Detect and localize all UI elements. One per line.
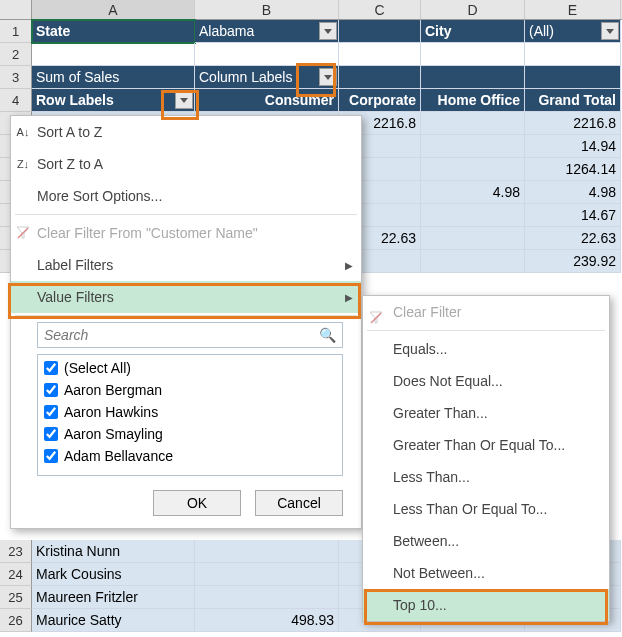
cell-E1[interactable]: (All)	[525, 20, 621, 43]
cell-C3[interactable]	[339, 66, 421, 89]
filter-checkbox[interactable]	[44, 383, 58, 397]
row-num-3[interactable]: 3	[0, 66, 32, 89]
cell[interactable]	[421, 158, 525, 181]
cell[interactable]: 239.92	[525, 250, 621, 273]
cell[interactable]	[421, 112, 525, 135]
cell[interactable]	[421, 227, 525, 250]
cell[interactable]: Mark Cousins	[32, 563, 195, 586]
filter-checkbox[interactable]	[44, 361, 58, 375]
cell-A4-text: Row Labels	[36, 92, 114, 108]
row-num[interactable]: 23	[0, 540, 32, 563]
cell[interactable]: 14.67	[525, 204, 621, 227]
sub-greater-equal[interactable]: Greater Than Or Equal To...	[363, 429, 609, 461]
cell-C1[interactable]	[339, 20, 421, 43]
sub-between[interactable]: Between...	[363, 525, 609, 557]
cell-D1[interactable]: City	[421, 20, 525, 43]
sort-az[interactable]: A↓ Sort A to Z	[11, 116, 361, 148]
submenu-arrow-icon: ▶	[345, 260, 353, 271]
col-header-B[interactable]: B	[195, 0, 339, 19]
sub-not-between[interactable]: Not Between...	[363, 557, 609, 589]
col-header-D[interactable]: D	[421, 0, 525, 19]
filter-check-item[interactable]: Adam Bellavance	[40, 445, 340, 467]
sub-less-than[interactable]: Less Than...	[363, 461, 609, 493]
value-filters-label: Value Filters	[37, 289, 114, 305]
row-num[interactable]: 25	[0, 586, 32, 609]
row-4: 4 Row Labels Consumer Corporate Home Off…	[0, 89, 622, 112]
ok-button[interactable]: OK	[153, 490, 241, 516]
cell[interactable]: Maureen Fritzler	[32, 586, 195, 609]
cell[interactable]: 14.94	[525, 135, 621, 158]
more-sort-options[interactable]: More Sort Options...	[11, 180, 361, 212]
cell[interactable]	[195, 586, 339, 609]
cell-B1-text: Alabama	[199, 23, 254, 39]
cell[interactable]: Maurice Satty	[32, 609, 195, 632]
column-labels-dropdown-button[interactable]	[319, 68, 337, 86]
cell[interactable]: 1264.14	[525, 158, 621, 181]
sub-top10[interactable]: Top 10...	[363, 589, 609, 621]
cell-C2[interactable]	[339, 43, 421, 66]
col-header-A[interactable]: A	[32, 0, 195, 19]
cell[interactable]: 4.98	[525, 181, 621, 204]
label-filters-label: Label Filters	[37, 257, 113, 273]
cell-B1[interactable]: Alabama	[195, 20, 339, 43]
row-num-4[interactable]: 4	[0, 89, 32, 112]
city-dropdown-button[interactable]	[601, 22, 619, 40]
row-labels-dropdown-button[interactable]	[175, 91, 193, 109]
row-2: 2	[0, 43, 622, 66]
cancel-button[interactable]: Cancel	[255, 490, 343, 516]
sub-less-equal[interactable]: Less Than Or Equal To...	[363, 493, 609, 525]
cell-A3[interactable]: Sum of Sales	[32, 66, 195, 89]
cell-D2[interactable]	[421, 43, 525, 66]
cell-A4[interactable]: Row Labels	[32, 89, 195, 112]
filter-checkbox[interactable]	[44, 405, 58, 419]
cell-D3[interactable]	[421, 66, 525, 89]
cell[interactable]: 22.63	[525, 227, 621, 250]
state-dropdown-button[interactable]	[319, 22, 337, 40]
cell-B3[interactable]: Column Labels	[195, 66, 339, 89]
cell-D4[interactable]: Home Office	[421, 89, 525, 112]
col-header-E[interactable]: E	[525, 0, 621, 19]
cell[interactable]: Kristina Nunn	[32, 540, 195, 563]
label-filters[interactable]: Label Filters ▶	[11, 249, 361, 281]
cell[interactable]	[421, 135, 525, 158]
filter-search-input[interactable]: Search 🔍	[37, 322, 343, 348]
row-num-1[interactable]: 1	[0, 20, 32, 43]
cell-B2[interactable]	[195, 43, 339, 66]
cell[interactable]: 498.93	[195, 609, 339, 632]
filter-check-list[interactable]: (Select All)Aaron BergmanAaron HawkinsAa…	[37, 354, 343, 476]
cell-A2[interactable]	[32, 43, 195, 66]
cell[interactable]	[421, 250, 525, 273]
sub-not-equal[interactable]: Does Not Equal...	[363, 365, 609, 397]
cell-C4[interactable]: Corporate	[339, 89, 421, 112]
filter-checkbox[interactable]	[44, 449, 58, 463]
value-filters[interactable]: Value Filters ▶	[11, 281, 361, 313]
cell-E3[interactable]	[525, 66, 621, 89]
cell-E4[interactable]: Grand Total	[525, 89, 621, 112]
cell-B4[interactable]: Consumer	[195, 89, 339, 112]
row-num-2[interactable]: 2	[0, 43, 32, 66]
filter-check-label: (Select All)	[64, 360, 131, 376]
sub-greater-than[interactable]: Greater Than...	[363, 397, 609, 429]
row-num[interactable]: 26	[0, 609, 32, 632]
sub-equals[interactable]: Equals...	[363, 333, 609, 365]
cell[interactable]	[421, 204, 525, 227]
filter-check-item[interactable]: Aaron Smayling	[40, 423, 340, 445]
sort-za[interactable]: Z↓ Sort Z to A	[11, 148, 361, 180]
cell-A1[interactable]: State	[32, 20, 195, 43]
filter-check-item[interactable]: Aaron Bergman	[40, 379, 340, 401]
value-filters-submenu: Clear Filter Equals... Does Not Equal...…	[362, 295, 610, 622]
filter-checkbox[interactable]	[44, 427, 58, 441]
filter-check-item[interactable]: Aaron Hawkins	[40, 401, 340, 423]
cell[interactable]	[195, 540, 339, 563]
menu-separator	[15, 214, 357, 215]
filter-check-item[interactable]: (Select All)	[40, 357, 340, 379]
col-header-C[interactable]: C	[339, 0, 421, 19]
cell-E2[interactable]	[525, 43, 621, 66]
row-num[interactable]: 24	[0, 563, 32, 586]
cell[interactable]	[195, 563, 339, 586]
cell[interactable]: 4.98	[421, 181, 525, 204]
menu-separator	[15, 315, 357, 316]
cell[interactable]: 2216.8	[525, 112, 621, 135]
submenu-arrow-icon: ▶	[345, 292, 353, 303]
sort-az-icon: A↓	[15, 124, 31, 140]
